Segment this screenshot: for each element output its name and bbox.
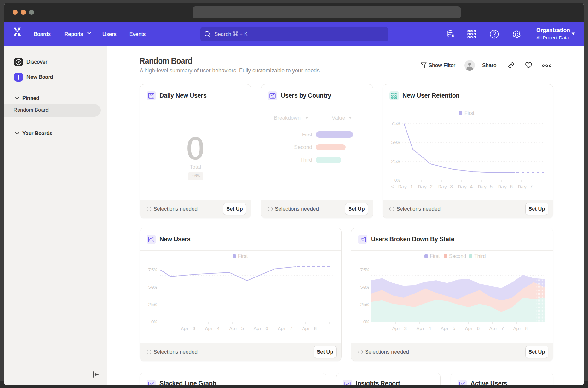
svg-text:Day 6: Day 6 [498,184,513,190]
svg-text:First: First [430,254,440,259]
svg-text:Second: Second [449,254,466,259]
svg-text:Day 4: Day 4 [458,184,473,190]
svg-text:Apr 4: Apr 4 [417,326,431,332]
svg-text:Day 5: Day 5 [478,184,493,190]
svg-text:Apr 3: Apr 3 [181,326,196,332]
svg-text:Day 1: Day 1 [398,184,413,190]
svg-text:Apr 6: Apr 6 [465,326,480,332]
svg-text:Day 7: Day 7 [518,184,533,190]
svg-text:Apr 7: Apr 7 [489,326,504,332]
svg-text:75%: 75% [148,267,157,273]
svg-text:0%: 0% [394,178,400,183]
svg-text:Apr 7: Apr 7 [278,326,293,332]
svg-text:Apr 5: Apr 5 [441,326,456,332]
svg-text:Day 2: Day 2 [418,184,433,190]
svg-text:Apr 8: Apr 8 [302,326,317,332]
svg-text:<: < [391,184,394,190]
svg-text:Apr 5: Apr 5 [229,326,244,332]
svg-text:25%: 25% [148,302,157,308]
svg-text:Apr 4: Apr 4 [205,326,220,332]
svg-text:25%: 25% [391,159,400,164]
svg-text:0%: 0% [151,319,157,325]
svg-text:0%: 0% [363,319,369,325]
svg-text:75%: 75% [360,267,369,273]
svg-text:Apr 6: Apr 6 [254,326,268,332]
svg-text:75%: 75% [391,121,400,127]
svg-text:50%: 50% [391,140,400,146]
svg-text:50%: 50% [148,285,157,290]
svg-text:50%: 50% [360,285,369,290]
svg-text:First: First [464,111,475,116]
svg-text:Apr 3: Apr 3 [392,326,407,332]
svg-text:Third: Third [474,254,486,259]
svg-text:25%: 25% [360,302,369,308]
svg-text:Apr 8: Apr 8 [513,326,528,332]
svg-text:Day 3: Day 3 [438,184,453,190]
svg-text:First: First [238,254,248,259]
